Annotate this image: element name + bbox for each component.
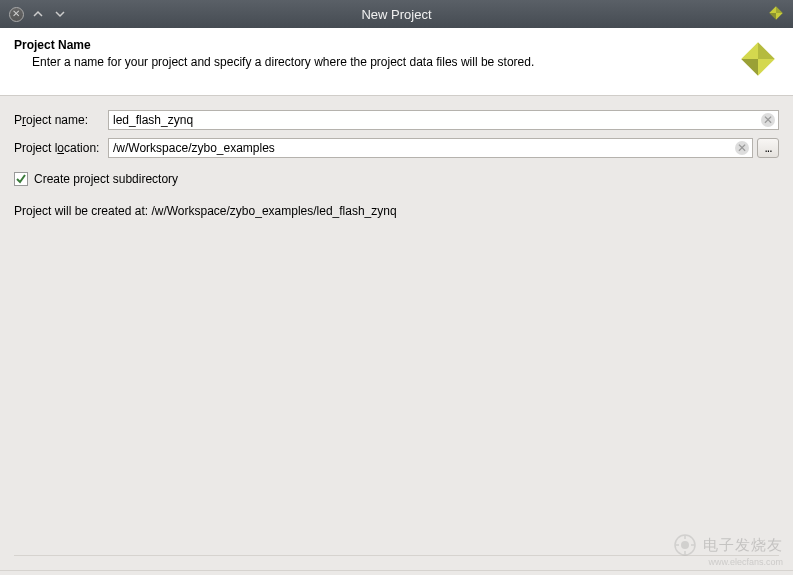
ellipsis-icon: ... <box>764 141 771 155</box>
clear-name-button[interactable]: ✕ <box>761 113 775 127</box>
project-name-input-wrap: ✕ <box>108 110 779 130</box>
project-location-input-wrap: ✕ <box>108 138 753 158</box>
create-subdirectory-checkbox[interactable] <box>14 172 28 186</box>
titlebar: ✕ New Project <box>0 0 793 28</box>
project-name-label: Project name: <box>14 113 108 127</box>
up-button[interactable] <box>30 6 46 22</box>
xilinx-icon <box>767 4 785 22</box>
project-location-label: Project location: <box>14 141 108 155</box>
header-title: Project Name <box>14 38 727 52</box>
header-description: Enter a name for your project and specif… <box>32 55 727 69</box>
header-panel: Project Name Enter a name for your proje… <box>0 28 793 96</box>
project-location-row: Project location: ✕ ... <box>14 138 779 158</box>
project-location-input[interactable] <box>108 138 753 158</box>
close-icon: ✕ <box>9 7 24 22</box>
down-button[interactable] <box>52 6 68 22</box>
close-button[interactable]: ✕ <box>8 6 24 22</box>
chevron-up-icon <box>33 9 43 19</box>
xilinx-icon <box>737 38 779 80</box>
browse-button[interactable]: ... <box>757 138 779 158</box>
clear-icon: ✕ <box>763 114 773 126</box>
checkmark-icon <box>15 173 27 185</box>
footer: ? < Back Next > Finish Cancel <box>0 570 793 575</box>
create-subdirectory-label: Create project subdirectory <box>34 172 178 186</box>
project-name-row: Project name: ✕ <box>14 110 779 130</box>
clear-location-button[interactable]: ✕ <box>735 141 749 155</box>
titlebar-buttons: ✕ <box>8 6 68 22</box>
subdirectory-row: Create project subdirectory <box>14 172 779 186</box>
header-text: Project Name Enter a name for your proje… <box>14 38 727 69</box>
clear-icon: ✕ <box>737 142 747 154</box>
window-title: New Project <box>361 7 431 22</box>
chevron-down-icon <box>55 9 65 19</box>
project-name-input[interactable] <box>108 110 779 130</box>
footer-divider <box>14 555 779 556</box>
content-area: Project name: ✕ Project location: ✕ ... … <box>0 96 793 570</box>
header-logo <box>737 38 779 83</box>
app-logo-small <box>767 4 785 25</box>
create-path-info: Project will be created at: /w/Workspace… <box>14 204 779 218</box>
